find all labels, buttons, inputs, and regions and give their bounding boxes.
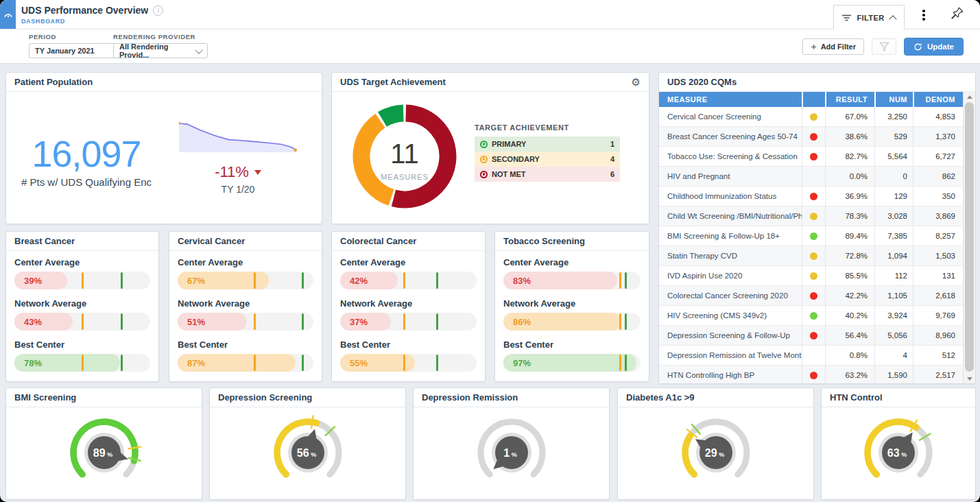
cqm-table-row[interactable]: HIV and Pregnant0.0%0862 bbox=[659, 167, 964, 187]
card-title: UDS 2020 CQMs bbox=[667, 77, 737, 87]
secondary-target-tick bbox=[403, 313, 405, 330]
col-num[interactable]: NUM bbox=[874, 92, 913, 107]
status-dot-red bbox=[810, 153, 817, 160]
num-value: 3,924 bbox=[874, 306, 913, 325]
num-value: 3,250 bbox=[874, 107, 913, 126]
target-ring-icon bbox=[480, 141, 488, 148]
cqm-table-row[interactable]: Statin Therapy CVD72.8%1,0941,503 bbox=[659, 246, 964, 266]
bullet-fill: 83% bbox=[503, 272, 617, 289]
col-status[interactable] bbox=[802, 92, 825, 107]
target-achievement-card: UDS Target Achievement ⚙ 11 MEASURES TAR… bbox=[331, 72, 649, 224]
status-cell bbox=[802, 167, 825, 186]
num-value: 529 bbox=[874, 127, 913, 146]
primary-target-tick bbox=[121, 272, 123, 289]
legend-row-primary[interactable]: PRIMARY1 bbox=[475, 136, 620, 152]
funnel-icon bbox=[879, 42, 889, 51]
more-options-button[interactable] bbox=[917, 7, 931, 23]
measure-name: Statin Therapy CVD bbox=[659, 246, 802, 265]
dashboard-body: Patient Population 16,097 # Pts w/ UDS Q… bbox=[0, 63, 980, 502]
trend-sparkline bbox=[167, 121, 309, 158]
secondary-target-tick bbox=[254, 313, 256, 330]
denom-value: 2,618 bbox=[913, 286, 964, 305]
cqm-table-row[interactable]: BMI Screening & Follow-Up 18+89.4%7,3858… bbox=[659, 226, 964, 246]
cqm-table-row[interactable]: Depression Remission at Twelve Months0.8… bbox=[659, 346, 964, 366]
col-result[interactable]: RESULT bbox=[825, 92, 874, 107]
cqm-table-row[interactable]: Tobacco Use: Screening & Cessation82.7%5… bbox=[659, 147, 964, 167]
bullet-track: 37% bbox=[340, 313, 477, 331]
update-button[interactable]: Update bbox=[904, 38, 964, 56]
primary-target-tick bbox=[302, 313, 304, 330]
card-title: Depression Screening bbox=[218, 392, 312, 403]
denom-value: 862 bbox=[913, 167, 964, 186]
status-cell bbox=[802, 187, 825, 206]
cqm-table-row[interactable]: Childhood Immunization Status36.9%129350 bbox=[659, 187, 964, 206]
table-scrollbar[interactable] bbox=[963, 92, 975, 383]
status-dot-red bbox=[810, 133, 817, 141]
primary-target-tick bbox=[436, 272, 438, 289]
info-icon[interactable]: i bbox=[153, 5, 163, 16]
col-denom[interactable]: DENOM bbox=[913, 92, 964, 107]
result-value: 42.2% bbox=[825, 286, 874, 305]
funnel-filter-button[interactable] bbox=[872, 38, 896, 55]
cqm-table-row[interactable]: Child Wt Screening /BMI/Nutritional/Phys… bbox=[659, 206, 964, 226]
diabetes-a1c-gauge: 29 % bbox=[658, 409, 774, 498]
status-cell bbox=[802, 107, 825, 126]
provider-value: All Rendering Provid... bbox=[119, 43, 196, 59]
bullet-track: 83% bbox=[503, 272, 641, 289]
secondary-target-tick bbox=[619, 313, 621, 330]
legend-row-secondary[interactable]: SECONDARY4 bbox=[475, 152, 620, 167]
secondary-target-tick bbox=[619, 272, 621, 289]
bullet-track: 67% bbox=[178, 272, 313, 289]
measure-name: Child Wt Screening /BMI/Nutritional/Phys… bbox=[659, 206, 802, 226]
depression-screening-gauge: 56 % bbox=[250, 409, 366, 498]
denom-value: 3,869 bbox=[913, 206, 964, 226]
cqm-table-row[interactable]: HTN Controlling High BP63.2%1,5902,517 bbox=[659, 366, 964, 384]
card-title: Breast Cancer bbox=[14, 236, 75, 246]
cqm-table-row[interactable]: Cervical Cancer Screening67.0%3,2504,853 bbox=[659, 107, 964, 127]
secondary-target-tick bbox=[254, 272, 256, 289]
secondary-target-tick bbox=[619, 355, 621, 371]
status-cell bbox=[802, 127, 825, 146]
bullet-label: Best Center bbox=[340, 339, 477, 350]
scroll-down-arrow-icon[interactable] bbox=[964, 374, 975, 383]
bullet-fill: 87% bbox=[178, 354, 296, 372]
legend-count: 1 bbox=[610, 140, 614, 148]
provider-select[interactable]: All Rendering Provid... bbox=[113, 43, 208, 58]
bullet-section: Center Average83% bbox=[503, 257, 641, 289]
denom-value: 350 bbox=[913, 187, 964, 206]
scrollbar-thumb[interactable] bbox=[965, 102, 974, 372]
card-title: Cervical Cancer bbox=[178, 236, 245, 246]
measure-name: HIV Screening (CMS 349v2) bbox=[659, 306, 802, 325]
primary-target-tick bbox=[121, 313, 123, 330]
target-donut-chart: 11 MEASURES bbox=[348, 100, 461, 215]
denom-value: 1,370 bbox=[913, 127, 964, 146]
bullet-fill: 51% bbox=[178, 313, 247, 331]
col-measure[interactable]: MEASURE bbox=[659, 92, 802, 107]
status-cell bbox=[802, 226, 825, 246]
result-value: 36.9% bbox=[825, 187, 874, 206]
scroll-up-arrow-icon[interactable] bbox=[964, 92, 975, 101]
bullet-track: 78% bbox=[14, 354, 150, 372]
result-value: 82.7% bbox=[825, 147, 874, 166]
depression-remission-gauge: 1 % bbox=[453, 409, 570, 498]
cqm-table-row[interactable]: HIV Screening (CMS 349v2)40.2%3,9249,769 bbox=[659, 306, 964, 326]
filter-toggle-button[interactable]: FILTER bbox=[833, 5, 905, 29]
status-cell bbox=[802, 306, 825, 325]
add-filter-button[interactable]: + Add Filter bbox=[802, 38, 864, 55]
delta-value: -11% bbox=[215, 163, 249, 181]
gear-icon[interactable]: ⚙ bbox=[632, 77, 641, 87]
legend-row-not-met[interactable]: NOT MET6 bbox=[475, 167, 620, 182]
status-cell bbox=[802, 246, 825, 265]
card-title: Depression Remission bbox=[422, 392, 518, 403]
bullet-track: 97% bbox=[503, 354, 641, 372]
diabetes-a1c-card: Diabetes A1c >9 29 % bbox=[617, 387, 814, 500]
cqm-table-row[interactable]: IVD Aspirin Use 202085.5%112131 bbox=[659, 266, 964, 286]
cqm-table-row[interactable]: Breast Cancer Screening Ages 50-7438.6%5… bbox=[659, 127, 964, 147]
cqm-table-row[interactable]: Depression Screening & Follow-Up56.4%5,0… bbox=[659, 326, 964, 346]
bullet-section: Best Center87% bbox=[178, 339, 313, 372]
cqms-card: UDS 2020 CQMs MEASURE RESULT NUM DENOM C… bbox=[658, 72, 976, 384]
card-title: BMI Screening bbox=[14, 392, 76, 403]
cqm-table-row[interactable]: Colorectal Cancer Screening 202042.2%1,1… bbox=[659, 286, 964, 306]
period-value: TY January 2021 bbox=[35, 47, 95, 55]
pin-icon[interactable] bbox=[950, 5, 965, 23]
